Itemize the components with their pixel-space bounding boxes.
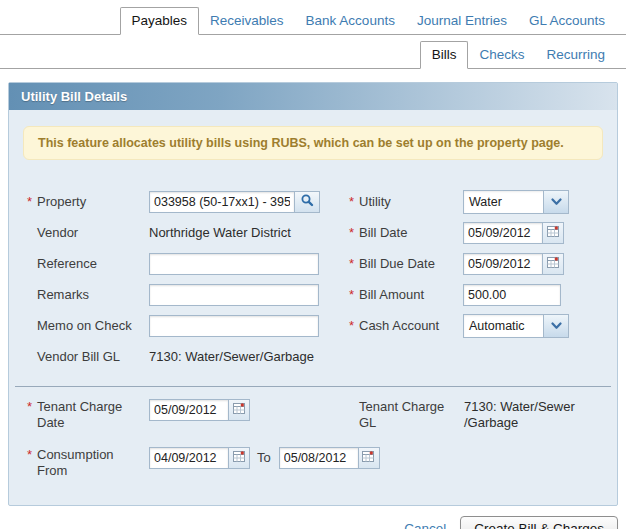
tenant-charge-date-calendar-button[interactable] [228, 399, 250, 421]
bill-due-date-label: * Bill Due Date [349, 256, 463, 272]
row-consumption: * Consumption From [9, 443, 617, 491]
reference-label: Reference [27, 256, 149, 272]
row-vendor-bill-gl: Vendor Bill GL 7130: Water/Sewer/Garbage [9, 341, 617, 372]
tab-recurring[interactable]: Recurring [535, 42, 616, 68]
utility-bill-details-panel: Utility Bill Details This feature alloca… [8, 82, 618, 506]
cash-account-label: * Cash Account [349, 318, 463, 334]
tab-payables[interactable]: Payables [120, 7, 200, 35]
vendor-value: Northridge Water District [149, 225, 291, 241]
tab-receivables[interactable]: Receivables [199, 8, 295, 34]
tab-checks[interactable]: Checks [468, 42, 535, 68]
remarks-input[interactable] [149, 284, 319, 306]
utility-bill-form: * Property * Utility [9, 160, 617, 505]
consumption-to-label: To [257, 447, 271, 469]
calendar-icon [547, 256, 560, 272]
chevron-down-icon [543, 315, 568, 337]
section-divider [15, 386, 611, 387]
rubs-notice: This feature allocates utility bills usi… [23, 126, 603, 160]
consumption-to-input[interactable] [279, 447, 359, 469]
property-input[interactable] [149, 191, 294, 213]
tab-bank-accounts[interactable]: Bank Accounts [295, 8, 406, 34]
tenant-charge-gl-value: 7130: Water/Sewer /Garbage [464, 399, 614, 431]
consumption-to-calendar-button[interactable] [358, 447, 380, 469]
calendar-icon [233, 450, 246, 466]
consumption-from-label: * Consumption From [27, 447, 127, 479]
bill-due-date-input[interactable] [463, 253, 543, 275]
vendor-bill-gl-value: 7130: Water/Sewer/Garbage [149, 349, 314, 365]
tenant-charge-date-input[interactable] [149, 399, 229, 421]
tab-journal-entries[interactable]: Journal Entries [406, 8, 518, 34]
row-property-utility: * Property * Utility [9, 186, 617, 217]
property-search-button[interactable] [294, 191, 320, 213]
memo-on-check-input[interactable] [149, 315, 319, 337]
bill-amount-label: * Bill Amount [349, 287, 463, 303]
cancel-link[interactable]: Cancel [404, 521, 446, 529]
row-vendor-billdate: Vendor Northridge Water District * Bill … [9, 217, 617, 248]
required-marker: * [27, 194, 37, 210]
consumption-from-input[interactable] [149, 447, 229, 469]
tenant-charge-date-label: * Tenant Charge Date [27, 399, 127, 431]
calendar-icon [547, 225, 560, 241]
bill-date-label: * Bill Date [349, 225, 463, 241]
reference-input[interactable] [149, 253, 319, 275]
tenant-charge-gl-label: Tenant Charge GL [349, 399, 449, 431]
chevron-down-icon [543, 191, 568, 213]
secondary-tabbar: Bills Checks Recurring [0, 41, 626, 69]
create-bill-charges-button[interactable]: Create Bill & Charges [460, 516, 618, 529]
utility-label: * Utility [349, 194, 463, 210]
remarks-label: Remarks [27, 287, 149, 303]
tab-gl-accounts[interactable]: GL Accounts [518, 8, 616, 34]
vendor-label: Vendor [27, 225, 149, 241]
property-label: * Property [27, 194, 149, 210]
utility-select[interactable]: Water [463, 190, 569, 214]
bill-due-date-calendar-button[interactable] [542, 253, 564, 275]
bill-date-calendar-button[interactable] [542, 222, 564, 244]
consumption-from-calendar-button[interactable] [228, 447, 250, 469]
row-reference-duedate: Reference * Bill Due Date [9, 248, 617, 279]
bill-date-input[interactable] [463, 222, 543, 244]
search-icon [300, 193, 314, 210]
memo-on-check-label: Memo on Check [27, 318, 149, 334]
row-tenant-charge: * Tenant Charge Date [9, 395, 617, 443]
calendar-icon [233, 402, 246, 418]
cash-account-select[interactable]: Automatic [463, 314, 569, 338]
row-memo-cash: Memo on Check * Cash Account Automatic [9, 310, 617, 341]
form-footer: Cancel Create Bill & Charges [8, 516, 618, 529]
primary-tabbar: Payables Receivables Bank Accounts Journ… [0, 0, 626, 35]
calendar-icon [362, 450, 375, 466]
utility-select-value: Water [464, 195, 543, 209]
cash-account-select-value: Automatic [464, 319, 543, 333]
bill-amount-input[interactable] [463, 284, 561, 306]
panel-title: Utility Bill Details [9, 83, 617, 110]
tab-bills[interactable]: Bills [420, 41, 469, 69]
row-remarks-amount: Remarks * Bill Amount [9, 279, 617, 310]
vendor-bill-gl-label: Vendor Bill GL [27, 349, 149, 365]
